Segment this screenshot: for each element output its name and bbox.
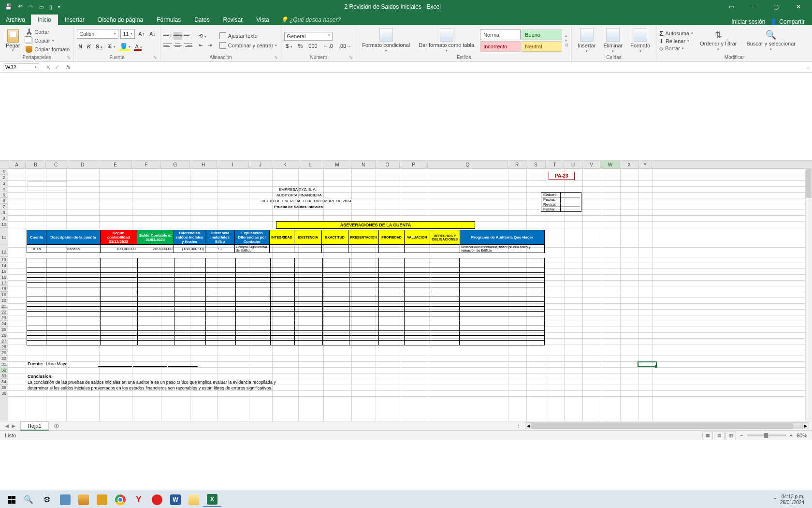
share-button[interactable]: 👤 Compartir [770, 18, 805, 25]
opera-button[interactable] [148, 493, 166, 507]
style-incorrecto[interactable]: Incorrecto [480, 41, 521, 52]
row-header-34[interactable]: 34 [0, 379, 8, 385]
tab-revisar[interactable]: Revisar [217, 15, 250, 25]
row-header-13[interactable]: 13 [0, 257, 8, 263]
cancel-formula-icon[interactable]: ✕ [46, 64, 51, 71]
style-normal[interactable]: Normal [480, 30, 521, 40]
tab-datos[interactable]: Datos [188, 15, 216, 25]
italic-button[interactable]: K [86, 43, 92, 50]
accounting-button[interactable]: $ ▾ [284, 43, 293, 49]
row-header-27[interactable]: 27 [0, 338, 8, 344]
ribbon-display-icon[interactable]: ▭ [725, 1, 738, 12]
row-header-24[interactable]: 24 [0, 321, 8, 327]
insert-cells-button[interactable]: Insertar▾ [575, 27, 598, 54]
add-sheet-button[interactable]: ⊕ [49, 421, 64, 431]
col-header-F[interactable]: F [132, 161, 161, 168]
paint-button[interactable] [74, 493, 93, 507]
decrease-indent-button[interactable]: ⇤ [197, 42, 204, 49]
styles-more-icon[interactable]: ⊟ [565, 43, 568, 47]
tab-vista[interactable]: Vista [249, 15, 276, 25]
col-header-J[interactable]: J [249, 161, 272, 168]
delete-cells-button[interactable]: Eliminar▾ [600, 27, 625, 54]
col-header-C[interactable]: C [46, 161, 66, 168]
hscroll-right-icon[interactable]: ▶ [802, 422, 809, 429]
clock[interactable]: 04:13 p.m. 29/01/2024 [780, 494, 808, 506]
hscroll-thumb[interactable] [532, 423, 793, 429]
tab-formulas[interactable]: Fórmulas [150, 15, 188, 25]
touch-mode-icon[interactable]: ▭ [39, 4, 44, 10]
vscroll-thumb[interactable] [806, 169, 812, 198]
row-header-14[interactable]: 14 [0, 263, 8, 269]
chrome-button[interactable] [111, 493, 130, 507]
col-header-S[interactable]: S [526, 161, 546, 168]
paste-button[interactable]: Pegar ▾ [3, 28, 23, 53]
col-header-N[interactable]: N [351, 161, 376, 168]
select-all-corner[interactable] [0, 161, 8, 168]
col-header-V[interactable]: V [582, 161, 601, 168]
minimize-button[interactable]: ─ [748, 1, 760, 12]
horizontal-scrollbar[interactable] [532, 422, 802, 429]
row-header-20[interactable]: 20 [0, 298, 8, 303]
close-button[interactable]: ✕ [792, 1, 805, 12]
font-size-select[interactable]: 11▾ [120, 29, 135, 39]
align-left-button[interactable] [163, 42, 172, 49]
autosum-button[interactable]: ΣAutosuma ▾ [659, 30, 693, 37]
col-header-K[interactable]: K [272, 161, 298, 168]
zoom-in-button[interactable]: + [790, 433, 793, 438]
hscroll-left-icon[interactable]: ◀ [525, 422, 532, 429]
find-select-button[interactable]: 🔍Buscar y seleccionar▾ [744, 29, 799, 52]
row-header-25[interactable]: 25 [0, 327, 8, 332]
col-header-P[interactable]: P [400, 161, 428, 168]
row-header-17[interactable]: 17 [0, 280, 8, 286]
row-header-19[interactable]: 19 [0, 292, 8, 298]
app1-button[interactable] [93, 493, 111, 507]
row-header-10[interactable]: 10 [0, 221, 8, 228]
cut-button[interactable]: Cortar [25, 28, 71, 36]
zoom-out-button[interactable]: − [740, 433, 743, 438]
word-button[interactable]: W [166, 493, 185, 507]
sheet-tab-hoja1[interactable]: Hoja1 [20, 421, 49, 431]
cells-area[interactable]: EMPRESA XYZ, S. A. AUDITORIA FINANCIERA … [8, 169, 812, 421]
cell-styles-gallery[interactable]: Normal Bueno Incorrecto Neutral [480, 30, 562, 52]
row-header-33[interactable]: 33 [0, 373, 8, 379]
increase-decimal-button[interactable]: ←.0 [322, 43, 334, 49]
search-button[interactable]: 🔍 [19, 493, 38, 507]
yandex-button[interactable]: Y [130, 493, 148, 507]
align-bottom-button[interactable] [184, 32, 192, 40]
alignment-dialog-icon[interactable]: ⬂ [274, 55, 278, 60]
row-header-3[interactable]: 3 [0, 180, 8, 186]
undo-icon[interactable]: ↶ [18, 3, 23, 10]
row-header-1[interactable]: 1 [0, 169, 8, 175]
task-view-button[interactable] [56, 493, 74, 507]
name-box[interactable]: W32▾ [3, 63, 39, 71]
maximize-button[interactable]: ▢ [769, 1, 783, 12]
row-header-23[interactable]: 23 [0, 315, 8, 321]
increase-indent-button[interactable]: ⇥ [206, 42, 214, 49]
col-header-L[interactable]: L [298, 161, 323, 168]
percent-button[interactable]: % [297, 43, 304, 49]
tab-insertar[interactable]: Insertar [58, 15, 91, 25]
comma-button[interactable]: 000 [307, 43, 319, 49]
fill-button[interactable]: ⬇Rellenar ▾ [659, 38, 693, 45]
col-header-R[interactable]: R [508, 161, 526, 168]
bold-button[interactable]: N [77, 43, 84, 50]
row-header-5[interactable]: 5 [0, 192, 8, 198]
wrap-text-button[interactable]: Ajustar texto [218, 32, 278, 40]
row-header-29[interactable]: 29 [0, 350, 8, 356]
row-header-21[interactable]: 21 [0, 303, 8, 309]
align-center-button[interactable] [174, 42, 182, 49]
row-header-9[interactable]: 9 [0, 215, 8, 221]
tell-me-search[interactable]: 💡 ¿Qué desea hacer? [276, 15, 346, 25]
view-normal-button[interactable]: ▦ [702, 432, 713, 439]
sort-filter-button[interactable]: ⇅Ordenar y filtrar▾ [697, 29, 740, 52]
col-header-H[interactable]: H [190, 161, 217, 168]
align-right-button[interactable] [184, 42, 192, 49]
align-top-button[interactable] [163, 32, 172, 40]
row-header-26[interactable]: 26 [0, 332, 8, 338]
zoom-thumb[interactable] [764, 433, 768, 438]
formula-input[interactable] [73, 63, 812, 71]
decrease-decimal-button[interactable]: .00→ [337, 43, 353, 49]
row-header-11[interactable]: 11 [0, 228, 8, 247]
col-header-Y[interactable]: Y [638, 161, 652, 168]
tab-file[interactable]: Archivo [0, 15, 31, 25]
